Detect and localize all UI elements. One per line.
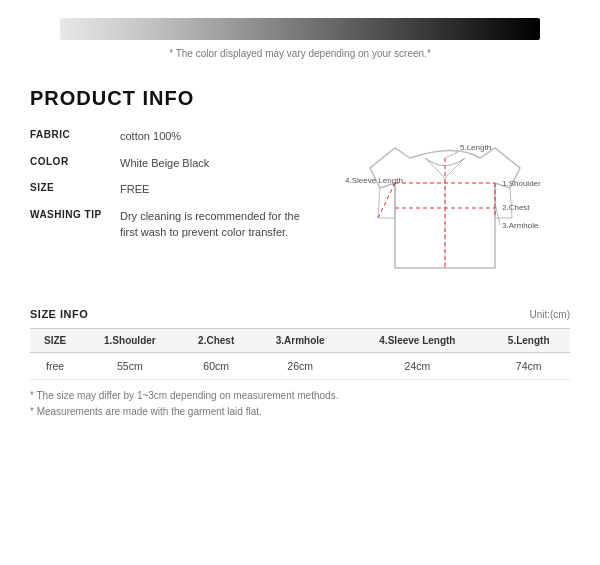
svg-line-9	[445, 152, 458, 158]
size-table: SIZE 1.Shoulder 2.Chest 3.Armhole 4.Slee…	[30, 328, 570, 380]
info-row-fabric: FABRIC cotton 100%	[30, 128, 310, 145]
table-row: free55cm60cm26cm24cm74cm	[30, 353, 570, 380]
col-sleeve: 4.Sleeve Length	[347, 329, 487, 353]
garment-diagram: 5.Length 4.Sleeve Length 1.Shoulder 2.Ch…	[320, 128, 570, 298]
info-and-diagram: FABRIC cotton 100% COLOR White Beige Bla…	[30, 128, 570, 298]
product-info-title: PRODUCT INFO	[30, 87, 570, 110]
size-note: * The size may differ by 1~3cm depending…	[30, 388, 570, 404]
col-armhole: 3.Armhole	[253, 329, 348, 353]
label-fabric: FABRIC	[30, 128, 120, 140]
value-fabric: cotton 100%	[120, 128, 310, 145]
col-chest: 2.Chest	[180, 329, 253, 353]
table-cell: 24cm	[347, 353, 487, 380]
color-bar-section: * The color displayed may vary depending…	[0, 0, 600, 67]
table-cell: 74cm	[487, 353, 570, 380]
value-washing: Dry cleaning is recommended for the firs…	[120, 208, 310, 241]
info-row-size: SIZE FREE	[30, 181, 310, 198]
svg-text:4.Sleeve Length: 4.Sleeve Length	[345, 176, 403, 185]
size-info-wrapper: SIZE INFO Unit:(cm) SIZE 1.Shoulder 2.Ch…	[30, 308, 570, 380]
info-table: FABRIC cotton 100% COLOR White Beige Bla…	[30, 128, 310, 251]
label-size: SIZE	[30, 181, 120, 193]
table-cell: 60cm	[180, 353, 253, 380]
size-info-title: SIZE INFO	[30, 308, 88, 320]
svg-line-0	[425, 158, 445, 178]
size-note: * Measurements are made with the garment…	[30, 404, 570, 420]
svg-text:5.Length: 5.Length	[460, 143, 491, 152]
value-size: FREE	[120, 181, 310, 198]
svg-line-1	[445, 158, 465, 178]
color-disclaimer: * The color displayed may vary depending…	[60, 48, 540, 59]
label-washing: WASHING TIP	[30, 208, 120, 220]
table-cell: free	[30, 353, 80, 380]
table-header-row: SIZE 1.Shoulder 2.Chest 3.Armhole 4.Slee…	[30, 329, 570, 353]
label-color: COLOR	[30, 155, 120, 167]
size-notes: * The size may differ by 1~3cm depending…	[30, 388, 570, 420]
diagram-svg: 5.Length 4.Sleeve Length 1.Shoulder 2.Ch…	[320, 128, 570, 298]
svg-text:1.Shoulder: 1.Shoulder	[502, 179, 541, 188]
size-info-unit: Unit:(cm)	[529, 309, 570, 320]
col-length: 5.Length	[487, 329, 570, 353]
product-info-section: PRODUCT INFO FABRIC cotton 100% COLOR Wh…	[0, 67, 600, 308]
table-cell: 55cm	[80, 353, 179, 380]
table-cell: 26cm	[253, 353, 348, 380]
col-size: SIZE	[30, 329, 80, 353]
svg-text:2.Chest: 2.Chest	[502, 203, 530, 212]
info-row-color: COLOR White Beige Black	[30, 155, 310, 172]
color-gradient-bar	[60, 18, 540, 40]
size-info-header: SIZE INFO Unit:(cm)	[30, 308, 570, 320]
value-color: White Beige Black	[120, 155, 310, 172]
col-shoulder: 1.Shoulder	[80, 329, 179, 353]
svg-text:3.Armhole: 3.Armhole	[502, 221, 539, 230]
info-row-washing: WASHING TIP Dry cleaning is recommended …	[30, 208, 310, 241]
